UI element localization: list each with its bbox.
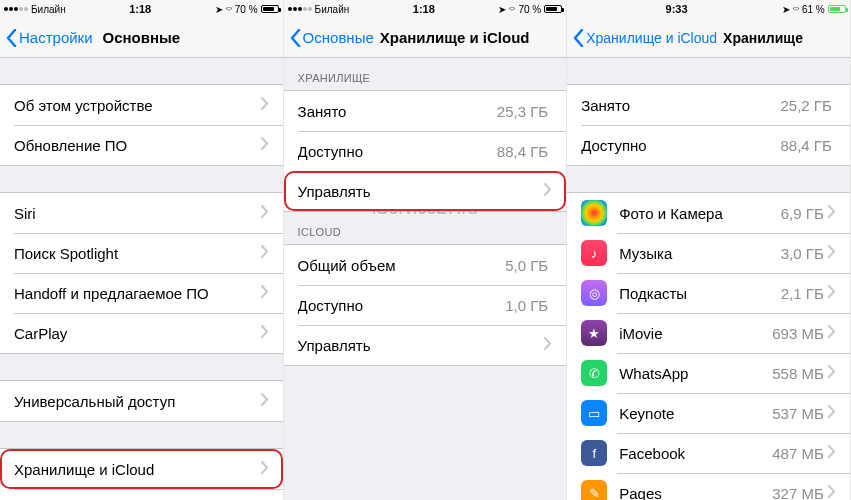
list: Занято25,3 ГБДоступно88,4 ГБУправлять	[284, 90, 567, 212]
chevron-icon	[544, 337, 552, 353]
list-row[interactable]: ♪Музыка3,0 ГБ	[567, 233, 850, 273]
chevron-right-icon	[261, 325, 269, 338]
carrier: Билайн	[315, 4, 350, 15]
back-icon	[573, 29, 584, 47]
location-icon: ➤	[498, 4, 506, 15]
battery-icon	[828, 5, 846, 13]
spacer	[0, 354, 283, 380]
nav-bar: ОсновныеХранилище и iCloud	[284, 18, 567, 58]
list-row: Занято25,2 ГБ	[567, 85, 850, 125]
row-label: Доступно	[298, 143, 497, 160]
row-value: 88,4 ГБ	[497, 143, 548, 160]
back-label: Основные	[303, 29, 374, 46]
list: Занято25,2 ГБДоступно88,4 ГБ	[567, 84, 850, 166]
back-button[interactable]: Настройки	[6, 29, 93, 47]
app-icon: ♪	[581, 240, 607, 266]
list-row[interactable]: ★iMovie693 МБ	[567, 313, 850, 353]
list-row[interactable]: Об этом устройстве	[0, 85, 283, 125]
back-icon	[290, 29, 301, 47]
row-value: 1,0 ГБ	[505, 297, 548, 314]
row-label: Занято	[298, 103, 497, 120]
chevron-icon	[261, 205, 269, 221]
chevron-icon	[828, 485, 836, 500]
row-label: Handoff и предлагаемое ПО	[14, 285, 261, 302]
row-label: WhatsApp	[619, 365, 772, 382]
section-header: ХРАНИЛИЩЕ	[284, 58, 567, 90]
list-row[interactable]: CarPlay	[0, 313, 283, 353]
list: Универсальный доступ	[0, 380, 283, 422]
list: Хранилище и iCloudОбновление контента	[0, 448, 283, 500]
list-row[interactable]: ✎Pages327 МБ	[567, 473, 850, 500]
chevron-right-icon	[261, 461, 269, 474]
row-value: 25,3 ГБ	[497, 103, 548, 120]
chevron-right-icon	[828, 445, 836, 458]
back-button[interactable]: Основные	[290, 29, 374, 47]
list-row[interactable]: ▭Keynote537 МБ	[567, 393, 850, 433]
status-time: 9:33	[666, 3, 688, 15]
list-row[interactable]: Поиск Spotlight	[0, 233, 283, 273]
row-label: Универсальный доступ	[14, 393, 261, 410]
row-value: 537 МБ	[772, 405, 824, 422]
signal-icon	[4, 7, 28, 11]
back-label: Настройки	[19, 29, 93, 46]
row-value: 5,0 ГБ	[505, 257, 548, 274]
list-row[interactable]: Siri	[0, 193, 283, 233]
list-row[interactable]: Фото и Камера6,9 ГБ	[567, 193, 850, 233]
row-label: Занято	[581, 97, 780, 114]
battery-pct: 70 %	[235, 4, 258, 15]
row-label: Обновление ПО	[14, 137, 261, 154]
app-icon: ★	[581, 320, 607, 346]
chevron-icon	[828, 325, 836, 341]
location-icon: ➤	[215, 4, 223, 15]
row-value: 25,2 ГБ	[780, 97, 831, 114]
app-icon	[581, 200, 607, 226]
back-button[interactable]: Хранилище и iCloud	[573, 29, 717, 47]
list: SiriПоиск SpotlightHandoff и предлагаемо…	[0, 192, 283, 354]
screen-storage-detail: 9:33➤⌔61 %Хранилище и iCloudХранилищеЗан…	[567, 0, 851, 500]
list-row[interactable]: Управлять	[284, 325, 567, 365]
chevron-icon	[261, 325, 269, 341]
chevron-right-icon	[828, 285, 836, 298]
list-row[interactable]: Handoff и предлагаемое ПО	[0, 273, 283, 313]
list-row[interactable]: Управлять	[284, 171, 567, 211]
list: Фото и Камера6,9 ГБ♪Музыка3,0 ГБ◎Подкаст…	[567, 192, 850, 500]
bluetooth-icon: ⌔	[226, 4, 232, 15]
back-icon	[6, 29, 17, 47]
chevron-icon	[261, 137, 269, 153]
battery-pct: 70 %	[518, 4, 541, 15]
status-time: 1:18	[129, 3, 151, 15]
row-label: Доступно	[298, 297, 506, 314]
list-row: Общий объем5,0 ГБ	[284, 245, 567, 285]
spacer	[0, 422, 283, 448]
list-row: Занято25,3 ГБ	[284, 91, 567, 131]
list: Общий объем5,0 ГБДоступно1,0 ГБУправлять	[284, 244, 567, 366]
bluetooth-icon: ⌔	[793, 4, 799, 15]
battery-pct: 61 %	[802, 4, 825, 15]
list-row[interactable]: Универсальный доступ	[0, 381, 283, 421]
row-label: Управлять	[298, 337, 545, 354]
spacer	[567, 166, 850, 192]
spacer	[0, 58, 283, 84]
list-row[interactable]: ◎Подкасты2,1 ГБ	[567, 273, 850, 313]
row-label: Поиск Spotlight	[14, 245, 261, 262]
list-row[interactable]: ✆WhatsApp558 МБ	[567, 353, 850, 393]
list-row[interactable]: Обновление контента	[0, 489, 283, 500]
chevron-icon	[261, 461, 269, 477]
chevron-icon	[261, 393, 269, 409]
list-row[interactable]: Обновление ПО	[0, 125, 283, 165]
app-icon: ▭	[581, 400, 607, 426]
chevron-icon	[828, 205, 836, 221]
chevron-right-icon	[261, 393, 269, 406]
row-value: 88,4 ГБ	[780, 137, 831, 154]
chevron-right-icon	[261, 285, 269, 298]
chevron-right-icon	[261, 205, 269, 218]
chevron-right-icon	[828, 405, 836, 418]
page-title: Хранилище	[723, 30, 844, 46]
chevron-right-icon	[828, 325, 836, 338]
app-icon: f	[581, 440, 607, 466]
chevron-right-icon	[261, 137, 269, 150]
chevron-icon	[828, 245, 836, 261]
list-row[interactable]: fFacebook487 МБ	[567, 433, 850, 473]
list-row[interactable]: Хранилище и iCloud	[0, 449, 283, 489]
list-row: Доступно88,4 ГБ	[567, 125, 850, 165]
